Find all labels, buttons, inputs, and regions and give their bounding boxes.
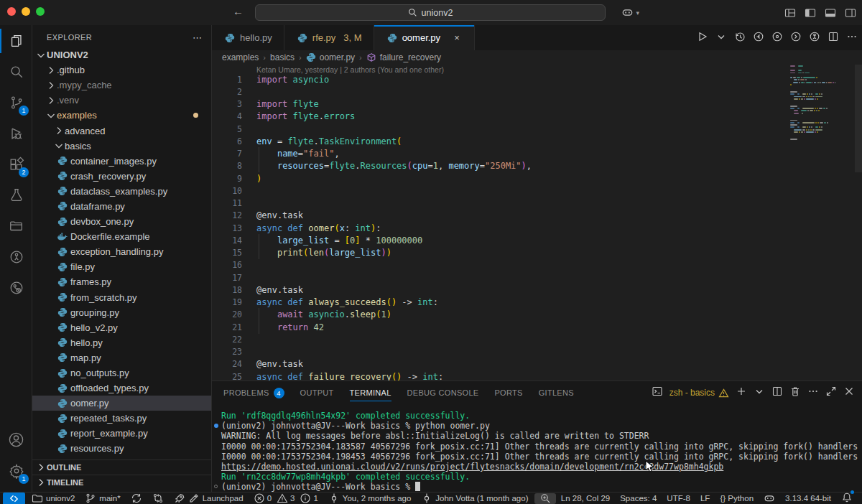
tree-item-from-scratch-py[interactable]: from_scratch.py	[32, 290, 211, 305]
code-editor[interactable]: Ketan Umare, yesterday | 2 authors (You …	[212, 65, 862, 381]
history-action-icon[interactable]	[734, 31, 746, 45]
activitybar-extensions[interactable]: 2	[0, 150, 32, 179]
status-sync-icon[interactable]	[126, 493, 147, 504]
panel-plus-icon[interactable]	[736, 386, 747, 400]
terminal-title[interactable]: zsh - basics	[669, 388, 729, 398]
chevron-down-action-icon[interactable]	[715, 31, 727, 45]
minimize-window-button[interactable]	[22, 7, 30, 16]
tree-item-report-example-py[interactable]: report_example.py	[32, 426, 211, 441]
panel-tab-ports[interactable]: PORTS	[494, 381, 522, 404]
panel-tab-terminal[interactable]: TERMINAL	[350, 381, 391, 404]
tree-item-crash-recovery-py[interactable]: crash_recovery.py	[32, 169, 211, 184]
tree-item-resources-py[interactable]: resources.py	[32, 441, 211, 456]
status-zoom-icon[interactable]	[534, 493, 556, 504]
panel-close-icon[interactable]	[843, 386, 855, 400]
activitybar-run-debug[interactable]	[0, 119, 32, 148]
sidebar-section-timeline[interactable]: TIMELINE	[32, 475, 211, 490]
editor-scrollbar[interactable]	[855, 65, 862, 172]
sidebar-section-outline[interactable]: OUTLINE	[32, 459, 211, 475]
status-launchpad[interactable]: Launchpad	[169, 493, 249, 504]
status-bell-icon[interactable]	[836, 493, 858, 504]
tree-item-dockerfile-example[interactable]: Dockerfile.example	[32, 229, 211, 244]
activitybar-gitlens[interactable]	[0, 243, 32, 271]
tree-item-offloaded-types-py[interactable]: offloaded_types.py	[32, 381, 211, 396]
activitybar-testing[interactable]	[0, 181, 32, 210]
status-you-2-months-ago[interactable]: You, 2 months ago	[323, 493, 416, 504]
panel-tab-debug-console[interactable]: DEBUG CONSOLE	[407, 381, 479, 404]
toggle-sidebar-icon[interactable]	[805, 7, 816, 19]
tree-item-oomer-py[interactable]: oomer.py	[32, 396, 211, 411]
status-copilot-icon[interactable]	[759, 493, 780, 504]
minimap[interactable]	[790, 65, 835, 381]
status-lf[interactable]: LF	[695, 493, 715, 504]
tree-item-map-py[interactable]: map.py	[32, 350, 211, 365]
tree-item-dataframe-py[interactable]: dataframe.py	[32, 199, 211, 214]
activitybar-source-control[interactable]: 1	[0, 88, 32, 117]
breadcrumb-item[interactable]: failure_recovery	[380, 52, 441, 62]
activitybar-remote-explorer[interactable]	[0, 212, 32, 241]
tab-oomer-py[interactable]: oomer.py×	[374, 25, 475, 50]
ellipsis-action-icon[interactable]	[846, 31, 858, 45]
status--python[interactable]: {} Python	[715, 493, 759, 504]
breadcrumb-item[interactable]: oomer.py	[320, 52, 355, 62]
status-unionv2[interactable]: unionv2	[27, 493, 80, 504]
breadcrumb-item[interactable]: examples	[222, 52, 259, 62]
status-item[interactable]: 031	[249, 493, 323, 504]
copilot-icon[interactable]	[621, 6, 634, 19]
nav-fwd-circle-action-icon[interactable]	[790, 31, 802, 45]
terminal[interactable]: Run 'rdf8qgdlq496hln54x92' completed suc…	[212, 404, 862, 493]
activitybar-account[interactable]	[0, 425, 32, 454]
tree-item-repeated-tasks-py[interactable]: repeated_tasks.py	[32, 411, 211, 426]
tree-item-exception-handling-py[interactable]: exception_handling.py	[32, 244, 211, 259]
command-center-search[interactable]: unionv2	[255, 4, 606, 21]
status-spaces-4[interactable]: Spaces: 4	[615, 493, 662, 504]
tree-item--github[interactable]: .github	[32, 62, 211, 78]
status-utf-8[interactable]: UTF-8	[662, 493, 695, 504]
split-editor-action-icon[interactable]	[828, 31, 839, 45]
tree-item-hello-v2-py[interactable]: hello_v2.py	[32, 320, 211, 335]
panel-tab-output[interactable]: OUTPUT	[300, 381, 334, 404]
status-ln-28-col-29[interactable]: Ln 28, Col 29	[556, 493, 615, 504]
status-compare-icon[interactable]	[147, 493, 169, 504]
status-remote-icon[interactable]	[3, 493, 25, 504]
panel-trash-icon[interactable]	[789, 386, 801, 400]
panel-tab-gitlens[interactable]: GITLENS	[539, 381, 574, 404]
status-john-votta-1-month-ago-[interactable]: John Votta (1 month ago)	[416, 493, 533, 504]
zoom-window-button[interactable]	[36, 7, 45, 16]
panel-ellipsis-icon[interactable]	[807, 386, 819, 400]
explorer-more-icon[interactable]: ⋯	[193, 32, 203, 43]
toggle-secondary-sidebar-icon[interactable]	[845, 7, 856, 19]
activitybar-gitlens-inspect[interactable]	[0, 274, 32, 302]
customize-layout-icon[interactable]	[784, 7, 796, 19]
activitybar-settings[interactable]: 1	[0, 457, 32, 485]
tree-item--mypy-cache[interactable]: .mypy_cache	[32, 78, 211, 93]
tab-close-icon[interactable]: ×	[451, 32, 463, 43]
activitybar-explorer[interactable]	[0, 27, 32, 55]
tree-item-file-py[interactable]: file.py	[32, 259, 211, 274]
tree-item-examples[interactable]: examples	[32, 108, 211, 123]
nav-back-icon[interactable]: ←	[233, 5, 244, 17]
status-main-[interactable]: main*	[80, 493, 125, 504]
tree-item-frames-py[interactable]: frames.py	[32, 274, 211, 289]
tree-item-hello-py[interactable]: hello.py	[32, 335, 211, 350]
toggle-panel-icon[interactable]	[825, 7, 836, 19]
chevron-down-icon[interactable]: ▾	[636, 9, 639, 17]
gitlens-graph-action-icon[interactable]	[809, 31, 820, 45]
status-3-13-4-64-bit[interactable]: 3.13.4 64-bit	[780, 493, 836, 504]
tree-item-container-images-py[interactable]: container_images.py	[32, 154, 211, 169]
close-window-button[interactable]	[7, 7, 16, 16]
tree-root[interactable]: UNIONV2	[32, 47, 211, 62]
nav-circle-action-icon[interactable]	[771, 31, 783, 45]
run-action-icon[interactable]	[697, 31, 708, 45]
panel-chevron-down-icon[interactable]	[754, 386, 765, 400]
panel-split-editor-icon[interactable]	[771, 386, 783, 400]
tree-item-no-outputs-py[interactable]: no_outputs.py	[32, 365, 211, 381]
nav-back-circle-action-icon[interactable]	[753, 31, 764, 45]
panel-tab-problems[interactable]: PROBLEMS4	[223, 381, 284, 404]
activitybar-search[interactable]	[0, 57, 32, 86]
panel-expand-icon[interactable]	[825, 386, 837, 400]
tree-item--venv[interactable]: .venv	[32, 93, 211, 108]
tab-rfe-py[interactable]: rfe.py3, M	[284, 25, 374, 50]
tab-hello-py[interactable]: hello.py	[212, 25, 284, 50]
breadcrumb-item[interactable]: basics	[270, 52, 295, 62]
